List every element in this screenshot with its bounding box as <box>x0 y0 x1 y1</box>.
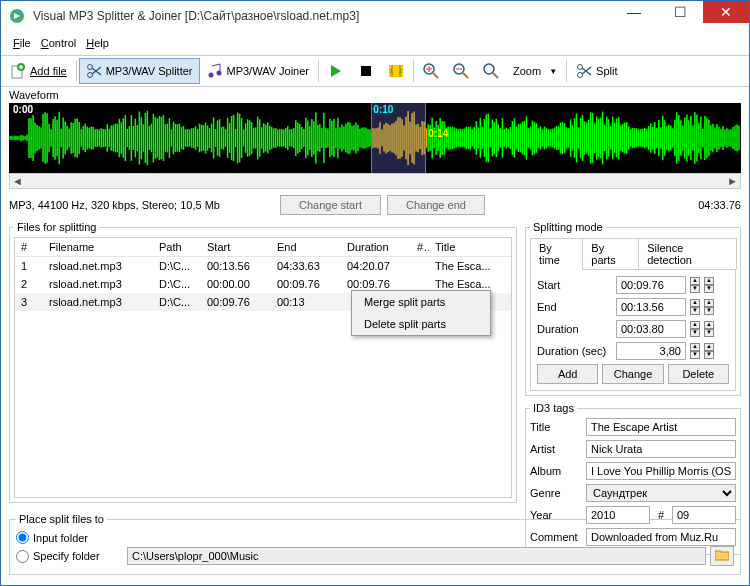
scissors-icon <box>576 63 592 79</box>
end-input[interactable] <box>616 298 686 316</box>
stop-button[interactable] <box>351 58 381 84</box>
menu-help[interactable]: Help <box>82 35 113 51</box>
joiner-tab[interactable]: MP3/WAV Joiner <box>200 58 317 84</box>
selection-tool[interactable] <box>381 58 411 84</box>
waveform-display[interactable]: 0:00 0:10 0:14 <box>9 103 741 173</box>
window-title: Visual MP3 Splitter & Joiner [D:\Сайт\ра… <box>33 9 611 23</box>
zoom-label: Zoom <box>513 65 541 77</box>
change-start-button[interactable]: Change start <box>280 195 381 215</box>
zoom-dropdown[interactable]: Zoom▼ <box>506 60 564 82</box>
svg-point-6 <box>216 71 221 76</box>
col-duration[interactable]: Duration <box>341 238 411 256</box>
output-legend: Place split files to <box>16 513 107 525</box>
id3-album-input[interactable] <box>586 462 736 480</box>
selection-icon <box>388 63 404 79</box>
end-spin-ms[interactable]: ▲▼ <box>690 299 700 315</box>
table-row[interactable]: 1rsload.net.mp3D:\C...00:13.5604:33.6304… <box>15 257 511 275</box>
toolbar: Add file MP3/WAV Splitter MP3/WAV Joiner… <box>1 55 749 87</box>
waveform-label: Waveform <box>1 87 749 103</box>
add-file-label: Add file <box>30 65 67 77</box>
dursec-spin-sec[interactable]: ▲▼ <box>704 343 714 359</box>
zoom-out-icon <box>453 63 469 79</box>
stop-icon <box>358 63 374 79</box>
folder-icon <box>715 549 729 563</box>
id3-comment-label: Comment <box>530 531 582 543</box>
context-delete[interactable]: Delete split parts <box>352 313 490 335</box>
dur-spin-sec[interactable]: ▲▼ <box>704 321 714 337</box>
input-folder-label: Input folder <box>33 532 88 544</box>
delete-button[interactable]: Delete <box>668 364 729 384</box>
split-file-table[interactable]: # Filename Path Start End Duration # Tit… <box>14 237 512 498</box>
end-spin-sec[interactable]: ▲▼ <box>704 299 714 315</box>
maximize-button[interactable]: ☐ <box>657 1 703 23</box>
time-start-marker: 0:00 <box>11 103 35 116</box>
tab-by-time[interactable]: By time <box>530 238 583 270</box>
id3-year-input[interactable] <box>586 506 650 524</box>
zoom-in-icon <box>423 63 439 79</box>
duration-input[interactable] <box>616 320 686 338</box>
id3-track-input[interactable] <box>672 506 736 524</box>
tab-by-parts[interactable]: By parts <box>582 238 639 270</box>
start-spin-ms[interactable]: ▲▼ <box>690 277 700 293</box>
dursec-spin-ms[interactable]: ▲▼ <box>690 343 700 359</box>
change-button[interactable]: Change <box>602 364 663 384</box>
context-merge[interactable]: Merge split parts <box>352 291 490 313</box>
filelist-legend: Files for splitting <box>14 221 99 233</box>
col-start[interactable]: Start <box>201 238 271 256</box>
col-filename[interactable]: Filename <box>43 238 153 256</box>
splitter-label: MP3/WAV Splitter <box>106 65 193 77</box>
menubar: File Control Help <box>1 31 749 55</box>
duration-sec-input[interactable] <box>616 342 686 360</box>
add-button[interactable]: Add <box>537 364 598 384</box>
svg-rect-8 <box>389 65 403 77</box>
zoom-fit-button[interactable] <box>476 58 506 84</box>
app-icon <box>9 8 25 24</box>
start-label: Start <box>537 279 612 291</box>
id3-artist-input[interactable] <box>586 440 736 458</box>
zoom-out-button[interactable] <box>446 58 476 84</box>
col-title[interactable]: Title <box>429 238 511 256</box>
specify-folder-label: Specify folder <box>33 550 123 562</box>
menu-control[interactable]: Control <box>37 35 80 51</box>
table-header: # Filename Path Start End Duration # Tit… <box>15 238 511 257</box>
id3-title-input[interactable] <box>586 418 736 436</box>
specify-folder-radio[interactable] <box>16 550 29 563</box>
splitter-tab[interactable]: MP3/WAV Splitter <box>79 58 200 84</box>
col-path[interactable]: Path <box>153 238 201 256</box>
start-input[interactable] <box>616 276 686 294</box>
duration-sec-label: Duration (sec) <box>537 345 612 357</box>
browse-button[interactable] <box>710 546 734 566</box>
dur-spin-ms[interactable]: ▲▼ <box>690 321 700 337</box>
tab-silence[interactable]: Silence detection <box>638 238 737 270</box>
split-button[interactable]: Split <box>569 58 624 84</box>
file-info-summary: MP3, 44100 Hz, 320 kbps, Stereo; 10,5 Mb <box>9 199 220 211</box>
start-spin-sec[interactable]: ▲▼ <box>704 277 714 293</box>
selection-out-marker: 0:14 <box>426 127 450 140</box>
add-file-button[interactable]: Add file <box>3 58 74 84</box>
menu-file[interactable]: File <box>9 35 35 51</box>
svg-point-11 <box>484 64 494 74</box>
total-duration: 04:33.76 <box>698 199 741 211</box>
id3-comment-input[interactable] <box>586 528 736 546</box>
input-folder-radio[interactable] <box>16 531 29 544</box>
col-number[interactable]: # <box>15 238 43 256</box>
add-file-icon <box>10 63 26 79</box>
selection-in-marker: 0:10 <box>371 103 395 116</box>
split-label: Split <box>596 65 617 77</box>
id3-title-label: Title <box>530 421 582 433</box>
output-path-input[interactable] <box>127 547 706 565</box>
play-button[interactable] <box>321 58 351 84</box>
minimize-button[interactable]: — <box>611 1 657 23</box>
id3-track-label: # <box>654 509 668 521</box>
change-end-button[interactable]: Change end <box>387 195 485 215</box>
id3-year-label: Year <box>530 509 582 521</box>
music-notes-icon <box>207 63 223 79</box>
end-label: End <box>537 301 612 313</box>
zoom-in-button[interactable] <box>416 58 446 84</box>
waveform-scrollbar[interactable]: ◄► <box>9 173 741 189</box>
id3-album-label: Album <box>530 465 582 477</box>
id3-genre-select[interactable]: Саундтрек <box>586 484 736 502</box>
col-end[interactable]: End <box>271 238 341 256</box>
col-track[interactable]: # <box>411 238 429 256</box>
close-button[interactable]: ✕ <box>703 1 749 23</box>
